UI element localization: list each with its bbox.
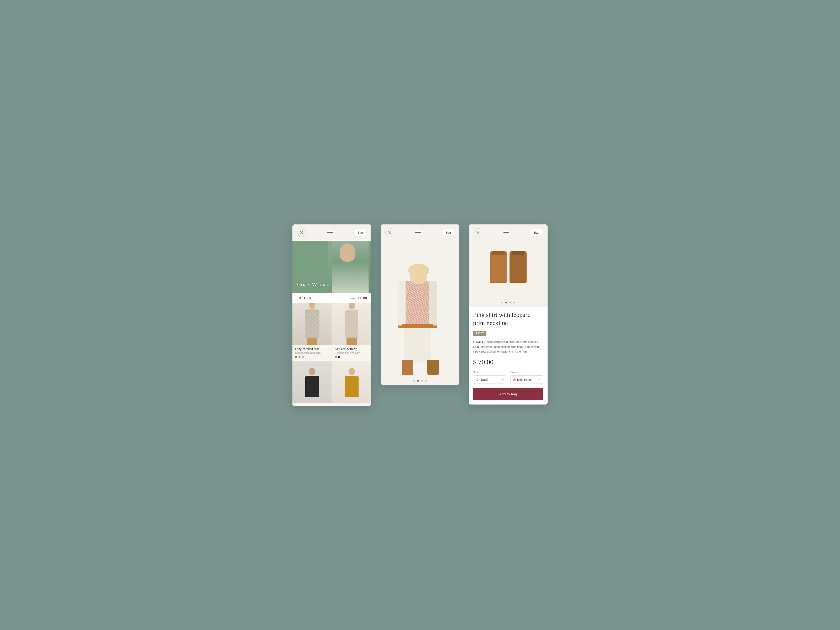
figure-boot-left: [402, 360, 413, 375]
product-image-2: [332, 303, 371, 345]
figure-pants: [404, 325, 431, 362]
color-label: Color: [510, 371, 543, 374]
detail-dot-1[interactable]: [501, 302, 503, 303]
color-dropdown[interactable]: LightSalmon ▾: [510, 375, 543, 384]
dot-1[interactable]: [413, 380, 415, 382]
dot-4[interactable]: [425, 380, 427, 382]
phone-product-header: Bag: [381, 224, 459, 241]
product-card-4[interactable]: [332, 361, 371, 406]
person-head-3: [309, 368, 315, 375]
boot-top-right: [512, 251, 524, 255]
hero-woman-image: [332, 241, 369, 293]
menu-icon-3[interactable]: [504, 231, 509, 234]
phones-container: Bag Coats Woman FILTERS: [292, 224, 548, 406]
logo-button[interactable]: [297, 228, 306, 237]
boots-image: [487, 246, 529, 293]
product-image-1: [292, 303, 332, 345]
phone-listing: Bag Coats Woman FILTERS: [292, 224, 371, 406]
bag-button-3[interactable]: Bag: [530, 229, 543, 236]
dot-2-active[interactable]: [417, 380, 419, 382]
size-dropdown[interactable]: X - Small ▾: [473, 375, 506, 384]
back-arrow-icon: ←: [385, 243, 389, 248]
bag-button-2[interactable]: Bag: [442, 229, 455, 236]
menu-icon[interactable]: [327, 231, 333, 234]
logo-button-2[interactable]: [385, 228, 394, 237]
figure-face: [410, 266, 427, 284]
person-figure-3: [305, 368, 319, 396]
logo-icon: [300, 231, 304, 235]
detail-dot-2-active[interactable]: [505, 302, 507, 303]
color-dot-1b[interactable]: [298, 356, 300, 358]
color-chevron-icon: ▾: [539, 378, 540, 381]
logo-icon-3: [476, 231, 480, 235]
logo-button-3[interactable]: [474, 228, 483, 237]
bag-button[interactable]: Bag: [354, 229, 366, 236]
add-to-bag-button[interactable]: Add to bag: [473, 388, 543, 400]
person-legs-2: [346, 338, 357, 345]
product-image-3: [292, 361, 332, 403]
product-sub-2: Composition and care: [332, 352, 371, 356]
boot-left-img: [490, 251, 507, 283]
product-name-2: Knit coat with zip: [332, 345, 371, 352]
color-dot-2b[interactable]: [338, 356, 340, 358]
dot-indicators-3: [469, 298, 548, 306]
menu-icon-2[interactable]: [415, 231, 421, 234]
phone-listing-header: Bag: [292, 224, 371, 241]
filters-bar: FILTERS: [292, 293, 371, 303]
product-card-long-checked-coat[interactable]: Long checked coat Composition and care: [292, 303, 332, 361]
color-value: LightSalmon: [517, 378, 533, 381]
detail-dot-3[interactable]: [509, 302, 511, 303]
person-legs-1: [307, 338, 317, 345]
person-coat-2: [345, 310, 358, 338]
phone-product-detail: Bag Pink shirt with leopard print neckli…: [469, 224, 548, 404]
person-coat-3: [305, 376, 319, 396]
color-swatch: [513, 378, 516, 381]
product-name-1: Long checked coat: [292, 345, 332, 352]
filters-right: [351, 297, 367, 299]
color-dot-2a[interactable]: [335, 356, 337, 358]
person-head-1: [309, 303, 315, 309]
color-group: Color LightSalmon ▾: [510, 371, 543, 384]
figure-boot-right: [427, 360, 439, 375]
shirt-pattern: [406, 281, 429, 325]
person-coat-4: [345, 376, 358, 396]
product-description: Flowing V-neck blouse with collar and lo…: [473, 339, 543, 354]
list-view-toggle[interactable]: [363, 297, 367, 299]
person-head-4: [349, 368, 355, 375]
product-grid: Long checked coat Composition and care: [292, 303, 371, 406]
product-detail-body: Pink shirt with leopard print neckline 1…: [469, 306, 548, 404]
person-head-2: [349, 303, 355, 310]
hero-banner: Coats Woman: [292, 241, 371, 293]
filters-label: FILTERS: [297, 296, 311, 300]
filter-icon[interactable]: [351, 297, 355, 299]
coat-image-placeholder-1: [292, 303, 332, 345]
product-detail-title: Pink shirt with leopard print neckline: [473, 311, 543, 327]
back-button[interactable]: ←: [381, 241, 459, 251]
product-card-knit-coat[interactable]: Knit coat with zip Composition and care: [332, 303, 371, 361]
size-group: Size X - Small ▾: [473, 371, 506, 384]
product-card-3[interactable]: [292, 361, 332, 406]
logo-icon-2: [388, 231, 392, 235]
color-select-inner: LightSalmon: [513, 378, 533, 381]
product-sub-1: Composition and care: [292, 352, 332, 356]
size-label: Size: [473, 371, 506, 374]
person-coat-1: [305, 309, 319, 338]
size-color-row: Size X - Small ▾ Color LightSalmon ▾: [473, 371, 543, 384]
dot-3[interactable]: [421, 380, 423, 382]
shearling-left: [398, 281, 406, 325]
dot-indicators: [381, 377, 459, 385]
product-image-4: [332, 361, 371, 403]
coat-image-placeholder-2: [332, 303, 371, 345]
detail-dot-4[interactable]: [513, 302, 515, 303]
figure-belt: [402, 324, 433, 326]
shearling-right: [429, 281, 437, 325]
hero-title: Coats Woman: [297, 281, 330, 288]
coat-image-placeholder-3: [292, 361, 332, 403]
color-dot-1c[interactable]: [302, 356, 304, 358]
boot-right-img: [510, 251, 527, 283]
product-sku: 13677: [473, 331, 486, 336]
product-images-scroll: [469, 241, 548, 298]
grid-view-toggle[interactable]: [358, 297, 361, 299]
product-large-image: [381, 251, 459, 377]
color-dot-1a[interactable]: [295, 356, 297, 358]
